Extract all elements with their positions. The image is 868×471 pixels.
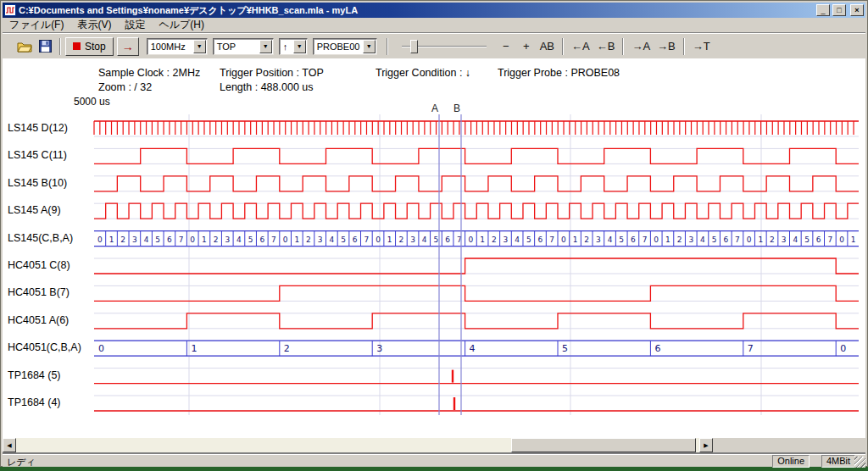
scrollbar-track[interactable] (16, 438, 699, 452)
sample-clock-info: Sample Clock : 2MHz (98, 67, 200, 79)
menu-file[interactable]: ファイル(F) (3, 17, 70, 33)
trigger-position-info: Trigger Position : TOP (220, 67, 324, 79)
app-window: C:¥Documents and Settings¥noname¥デスクトップ¥… (0, 0, 868, 467)
goto-b-right-button[interactable]: →B (654, 37, 679, 56)
channel-label[interactable]: HC4051 C(8) (8, 259, 70, 271)
open-file-button[interactable] (14, 37, 35, 56)
scroll-right-button[interactable]: ▶ (699, 438, 713, 452)
open-folder-icon (17, 41, 32, 53)
close-button[interactable]: × (850, 4, 864, 16)
toolbar-separator (683, 38, 685, 55)
trigger-condition-info: Trigger Condition : ↓ (376, 67, 470, 79)
channel-label[interactable]: LS145 B(10) (8, 177, 67, 189)
channel-label[interactable]: HC4051 A(6) (8, 314, 69, 326)
trigger-probe-value: PROBE00 (314, 42, 362, 52)
status-memory-badge: 4MBit (821, 455, 855, 468)
goto-b-left-button[interactable]: ←B (593, 37, 619, 56)
menu-view[interactable]: 表示(V) (70, 17, 118, 33)
dropdown-icon[interactable]: ▼ (363, 40, 376, 53)
scroll-row: ◀ ▶ (3, 438, 865, 452)
trigger-probe-info: Trigger Probe : PROBE08 (498, 67, 620, 79)
run-button[interactable]: → (117, 37, 139, 56)
channel-label[interactable]: LS145 A(9) (8, 204, 61, 216)
scrollbar-thumb[interactable] (511, 438, 696, 452)
channel-label[interactable]: LS145 D(12) (8, 122, 68, 134)
resize-grip[interactable] (854, 457, 865, 468)
goto-trigger-button[interactable]: →T (689, 37, 714, 56)
dropdown-icon[interactable]: ▼ (193, 40, 206, 53)
cursor-a-label[interactable]: A (431, 103, 438, 114)
zoom-slider[interactable] (400, 37, 488, 56)
channel-label[interactable]: HC4051(C,B,A) (8, 341, 81, 353)
channel-label[interactable]: LS145 C(11) (8, 149, 67, 161)
menu-help[interactable]: ヘルプ(H) (152, 17, 211, 33)
waveform-panel (3, 58, 865, 438)
channel-label[interactable]: TP1684 (5) (8, 369, 61, 381)
titlebar[interactable]: C:¥Documents and Settings¥noname¥デスクトップ¥… (3, 3, 865, 18)
dropdown-icon[interactable]: ▼ (259, 40, 272, 53)
maximize-button[interactable]: □ (832, 4, 846, 16)
zoom-info: Zoom : / 32 (98, 81, 152, 93)
toolbar-separator (562, 38, 564, 55)
channel-label[interactable]: TP1684 (4) (8, 396, 61, 408)
channel-label[interactable]: LS145(C,B,A) (8, 232, 73, 244)
sample-clock-select[interactable]: 100MHz ▼ (147, 38, 208, 55)
app-icon[interactable] (4, 4, 16, 16)
length-info: Length : 488.000 us (220, 81, 314, 93)
dropdown-icon[interactable]: ▼ (293, 40, 306, 53)
stop-button[interactable]: Stop (65, 37, 114, 56)
horizontal-scrollbar[interactable]: ◀ ▶ (3, 438, 713, 452)
cursor-b-label[interactable]: B (453, 103, 460, 114)
goto-a-left-button[interactable]: ←A (568, 37, 593, 56)
status-online-badge: Online (772, 455, 810, 468)
channel-label[interactable]: HC4051 B(7) (8, 286, 70, 298)
trigger-probe-select[interactable]: PROBE00 ▼ (313, 38, 377, 55)
statusbar: レディ Online 4MBit (3, 454, 865, 467)
floppy-disk-icon (39, 40, 52, 53)
status-ready-text: レディ (7, 456, 36, 468)
trigger-position-select[interactable]: TOP ▼ (213, 38, 274, 55)
trigger-position-value: TOP (214, 42, 259, 52)
stop-label: Stop (85, 41, 106, 53)
menu-settings[interactable]: 設定 (118, 17, 152, 33)
time-ruler-label: 5000 us (74, 96, 110, 108)
slider-thumb[interactable] (410, 40, 418, 53)
toolbar-separator (387, 38, 388, 55)
ab-cursor-button[interactable]: AB (537, 37, 558, 56)
scroll-left-button[interactable]: ◀ (3, 438, 16, 452)
trigger-edge-value: ↑ (280, 42, 292, 52)
window-title: C:¥Documents and Settings¥noname¥デスクトップ¥… (19, 4, 814, 17)
stop-icon (73, 42, 81, 50)
run-arrow-icon: → (122, 40, 134, 53)
menubar: ファイル(F) 表示(V) 設定 ヘルプ(H) (3, 18, 865, 33)
toolbar-separator (59, 38, 61, 55)
toolbar: Stop → 100MHz ▼ TOP ▼ ↑ ▼ PROBE00 ▼ − + … (3, 34, 865, 58)
sample-clock-value: 100MHz (147, 42, 192, 52)
save-button[interactable] (35, 37, 55, 56)
toolbar-separator (622, 38, 624, 55)
zoom-in-button[interactable]: + (516, 37, 537, 56)
zoom-out-button[interactable]: − (496, 37, 516, 56)
goto-a-right-button[interactable]: →A (628, 37, 654, 56)
trigger-edge-select[interactable]: ↑ ▼ (279, 38, 308, 55)
minimize-button[interactable]: _ (816, 4, 830, 16)
